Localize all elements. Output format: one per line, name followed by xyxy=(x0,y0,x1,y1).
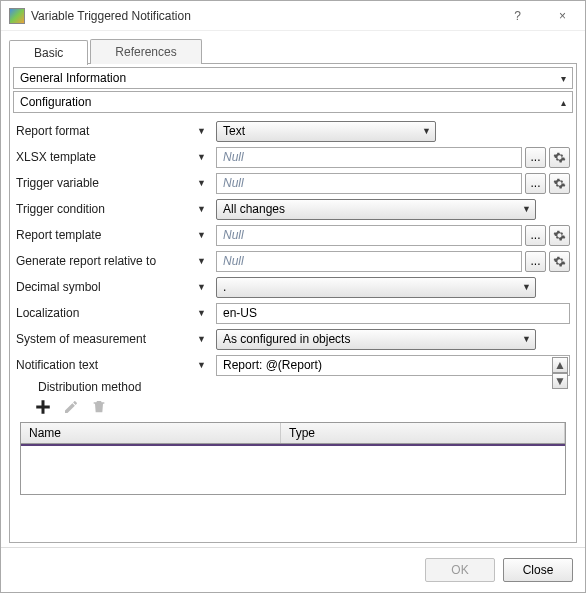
label-system-of-measurement: System of measurement xyxy=(16,332,146,346)
chevron-up-icon: ▴ xyxy=(561,97,566,108)
label-localization: Localization xyxy=(16,306,79,320)
row-menu-icon[interactable]: ▼ xyxy=(197,230,206,240)
report-template-input[interactable]: Null xyxy=(216,225,522,246)
row-trigger-variable: Trigger variable ▼ Null ... xyxy=(16,172,570,194)
trigger-variable-browse-button[interactable]: ... xyxy=(525,173,546,194)
dropdown-arrow-icon: ▼ xyxy=(522,282,531,292)
window-title: Variable Triggered Notification xyxy=(31,9,495,23)
close-icon: × xyxy=(559,9,566,23)
help-icon: ? xyxy=(514,9,521,23)
trigger-variable-value: Null xyxy=(223,176,244,190)
section-general-title: General Information xyxy=(20,71,126,85)
spinner-down-button[interactable]: ▼ xyxy=(552,373,568,389)
dropdown-arrow-icon: ▼ xyxy=(422,126,431,136)
row-menu-icon[interactable]: ▼ xyxy=(197,126,206,136)
app-icon xyxy=(9,8,25,24)
column-header-name[interactable]: Name xyxy=(21,423,281,443)
xlsx-template-settings-button[interactable] xyxy=(549,147,570,168)
help-button[interactable]: ? xyxy=(495,1,540,30)
generate-relative-value: Null xyxy=(223,254,244,268)
ok-button-label: OK xyxy=(451,563,468,577)
trigger-condition-select[interactable]: All changes ▼ xyxy=(216,199,536,220)
ellipsis-icon: ... xyxy=(530,254,540,268)
row-trigger-condition: Trigger condition ▼ All changes ▼ xyxy=(16,198,570,220)
row-menu-icon[interactable]: ▼ xyxy=(197,308,206,318)
notification-text-value: Report: @(Report) xyxy=(223,358,322,372)
dropdown-arrow-icon: ▼ xyxy=(522,334,531,344)
dialog-window: Variable Triggered Notification ? × Basi… xyxy=(0,0,586,593)
distribution-toolbar xyxy=(16,394,570,422)
label-generate-relative: Generate report relative to xyxy=(16,254,156,268)
delete-distribution-button[interactable] xyxy=(90,398,108,416)
content-area: Basic References General Information ▾ C… xyxy=(1,31,585,547)
distribution-table: Name Type xyxy=(20,422,566,495)
table-header-row: Name Type xyxy=(21,423,565,444)
row-notification-text: Notification text ▼ Report: @(Report) ▲ … xyxy=(16,354,570,376)
gear-icon xyxy=(553,177,566,190)
section-general-information[interactable]: General Information ▾ xyxy=(13,67,573,89)
row-report-template: Report template ▼ Null ... xyxy=(16,224,570,246)
row-localization: Localization ▼ en-US xyxy=(16,302,570,324)
row-menu-icon[interactable]: ▼ xyxy=(197,152,206,162)
trigger-variable-input[interactable]: Null xyxy=(216,173,522,194)
tab-references[interactable]: References xyxy=(90,39,201,64)
xlsx-template-value: Null xyxy=(223,150,244,164)
tab-references-label: References xyxy=(115,45,176,59)
xlsx-template-input[interactable]: Null xyxy=(216,147,522,168)
row-menu-icon[interactable]: ▼ xyxy=(197,360,206,370)
tab-strip: Basic References xyxy=(9,39,577,64)
gear-icon xyxy=(553,151,566,164)
dialog-footer: OK Close xyxy=(1,547,585,592)
label-trigger-variable: Trigger variable xyxy=(16,176,99,190)
row-menu-icon[interactable]: ▼ xyxy=(197,334,206,344)
table-body-empty xyxy=(21,446,565,494)
generate-relative-settings-button[interactable] xyxy=(549,251,570,272)
ellipsis-icon: ... xyxy=(530,150,540,164)
column-header-type[interactable]: Type xyxy=(281,423,565,443)
report-format-value: Text xyxy=(223,124,245,138)
ellipsis-icon: ... xyxy=(530,176,540,190)
decimal-symbol-value: . xyxy=(223,280,226,294)
row-report-format: Report format ▼ Text ▼ xyxy=(16,120,570,142)
row-menu-icon[interactable]: ▼ xyxy=(197,204,206,214)
window-close-button[interactable]: × xyxy=(540,1,585,30)
ellipsis-icon: ... xyxy=(530,228,540,242)
row-system-of-measurement: System of measurement ▼ As configured in… xyxy=(16,328,570,350)
notification-text-input[interactable]: Report: @(Report) ▲ ▼ xyxy=(216,355,570,376)
localization-input[interactable]: en-US xyxy=(216,303,570,324)
report-template-settings-button[interactable] xyxy=(549,225,570,246)
section-config-title: Configuration xyxy=(20,95,91,109)
xlsx-template-browse-button[interactable]: ... xyxy=(525,147,546,168)
trigger-variable-settings-button[interactable] xyxy=(549,173,570,194)
title-bar: Variable Triggered Notification ? × xyxy=(1,1,585,31)
decimal-symbol-select[interactable]: . ▼ xyxy=(216,277,536,298)
edit-distribution-button[interactable] xyxy=(62,398,80,416)
chevron-down-icon: ▾ xyxy=(561,73,566,84)
system-of-measurement-select[interactable]: As configured in objects ▼ xyxy=(216,329,536,350)
row-menu-icon[interactable]: ▼ xyxy=(197,178,206,188)
tab-basic[interactable]: Basic xyxy=(9,40,88,65)
row-menu-icon[interactable]: ▼ xyxy=(197,256,206,266)
row-xlsx-template: XLSX template ▼ Null ... xyxy=(16,146,570,168)
label-report-template: Report template xyxy=(16,228,101,242)
generate-relative-input[interactable]: Null xyxy=(216,251,522,272)
section-configuration[interactable]: Configuration ▴ xyxy=(13,91,573,113)
gear-icon xyxy=(553,255,566,268)
localization-value: en-US xyxy=(223,306,257,320)
label-notification-text: Notification text xyxy=(16,358,98,372)
report-format-select[interactable]: Text ▼ xyxy=(216,121,436,142)
row-decimal-symbol: Decimal symbol ▼ . ▼ xyxy=(16,276,570,298)
triangle-down-icon: ▼ xyxy=(554,374,566,388)
label-trigger-condition: Trigger condition xyxy=(16,202,105,216)
pencil-icon xyxy=(63,399,79,415)
report-template-browse-button[interactable]: ... xyxy=(525,225,546,246)
close-button[interactable]: Close xyxy=(503,558,573,582)
tab-panel-basic: General Information ▾ Configuration ▴ Re… xyxy=(9,63,577,543)
tab-basic-label: Basic xyxy=(34,46,63,60)
generate-relative-browse-button[interactable]: ... xyxy=(525,251,546,272)
spinner-up-button[interactable]: ▲ xyxy=(552,357,568,373)
label-decimal-symbol: Decimal symbol xyxy=(16,280,101,294)
row-menu-icon[interactable]: ▼ xyxy=(197,282,206,292)
add-distribution-button[interactable] xyxy=(34,398,52,416)
plus-icon xyxy=(34,398,52,416)
